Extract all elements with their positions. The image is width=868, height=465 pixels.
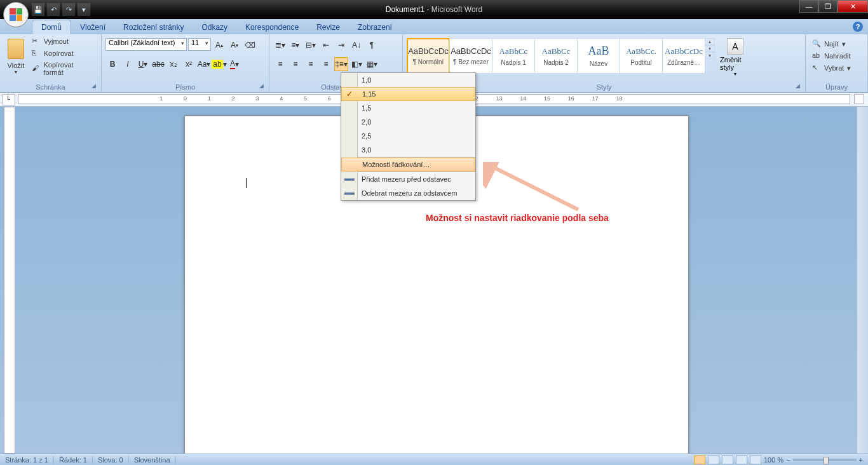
qat-more-icon[interactable]: ▾ — [78, 3, 90, 16]
strikethrough-button[interactable]: abc — [151, 57, 165, 71]
show-marks-button[interactable]: ¶ — [365, 38, 379, 52]
line-spacing-button[interactable]: ‡≡▾ — [334, 57, 348, 71]
increase-indent-button[interactable]: ⇥ — [334, 38, 348, 52]
cut-button[interactable]: ✂Vyjmout — [29, 36, 97, 47]
italic-button[interactable]: I — [121, 57, 135, 71]
replace-button[interactable]: abNahradit — [810, 50, 853, 62]
maximize-button[interactable]: ❐ — [818, 0, 837, 13]
remove-space-after[interactable]: Odebrat mezeru za odstavcem — [341, 186, 475, 200]
status-bar: Stránka: 1 z 1 Řádek: 1 Slova: 0 Slovenš… — [0, 454, 868, 465]
clear-format-button[interactable]: ⌫ — [243, 38, 257, 52]
font-name-combo[interactable]: Calibri (Základní text) — [105, 38, 187, 51]
line-spacing-options[interactable]: Možnosti řádkování… — [341, 158, 475, 172]
status-line[interactable]: Řádek: 1 — [54, 456, 93, 464]
group-label: Úpravy — [806, 83, 867, 91]
line-spacing-option[interactable]: 1,5 — [341, 101, 475, 115]
view-draft[interactable] — [750, 455, 761, 464]
vertical-scrollbar[interactable] — [857, 107, 868, 454]
style-card[interactable]: AaBbCcDcZdůrazně… — [662, 38, 705, 74]
font-size-combo[interactable]: 11 — [188, 38, 211, 51]
cursor-icon: ↖ — [812, 64, 821, 72]
highlight-button[interactable]: ab▾ — [212, 57, 226, 71]
shading-button[interactable]: ◧▾ — [349, 57, 363, 71]
status-language[interactable]: Slovenština — [129, 456, 176, 464]
dialog-launcher-icon[interactable]: ◢ — [796, 83, 803, 90]
style-card[interactable]: AaBNázev — [577, 38, 620, 74]
zoom-in-button[interactable]: + — [859, 456, 863, 464]
dialog-launcher-icon[interactable]: ◢ — [259, 83, 267, 90]
view-full-screen[interactable] — [708, 455, 719, 464]
space-after-icon — [344, 188, 355, 198]
change-styles-button[interactable]: A Změnit styly▾ — [720, 38, 750, 77]
line-spacing-option[interactable]: 1,15 — [341, 87, 475, 101]
tab-insert[interactable]: Vložení — [71, 20, 114, 34]
zoom-out-button[interactable]: − — [786, 456, 790, 464]
office-button[interactable] — [3, 2, 29, 27]
decrease-indent-button[interactable]: ⇤ — [319, 38, 333, 52]
numbering-button[interactable]: ≡▾ — [288, 38, 302, 52]
dialog-launcher-icon[interactable]: ◢ — [92, 83, 99, 90]
add-space-before[interactable]: Přidat mezeru před odstavec — [341, 172, 475, 186]
align-left-button[interactable]: ≡ — [273, 57, 287, 71]
underline-button[interactable]: U▾ — [136, 57, 150, 71]
line-spacing-option[interactable]: 2,5 — [341, 129, 475, 143]
view-print-layout[interactable] — [694, 455, 705, 464]
tab-review[interactable]: Revize — [308, 20, 349, 34]
save-icon[interactable]: 💾 — [32, 3, 44, 16]
title-bar: 💾 ↶ ↷ ▾ Dokument1 - Microsoft Word — ❐ ✕ — [0, 0, 868, 19]
subscript-button[interactable]: x₂ — [166, 57, 180, 71]
tab-view[interactable]: Zobrazení — [349, 20, 401, 34]
undo-icon[interactable]: ↶ — [47, 3, 60, 16]
tab-home[interactable]: Domů — [32, 20, 71, 34]
group-editing: 🔍Najít ▾ abNahradit ↖Vybrat ▾ Úpravy — [806, 34, 868, 92]
annotation-text: Možnost si nastavit riadkovanie podla se… — [426, 213, 609, 223]
align-center-button[interactable]: ≡ — [288, 57, 302, 71]
superscript-button[interactable]: x² — [182, 57, 196, 71]
grow-font-button[interactable]: A▴ — [212, 38, 226, 52]
line-spacing-option[interactable]: 2,0 — [341, 115, 475, 129]
bold-button[interactable]: B — [105, 57, 119, 71]
change-case-button[interactable]: Aa▾ — [197, 57, 211, 71]
font-color-button[interactable]: A▾ — [227, 57, 241, 71]
select-button[interactable]: ↖Vybrat ▾ — [810, 62, 853, 74]
borders-button[interactable]: ▦▾ — [365, 57, 379, 71]
close-button[interactable]: ✕ — [837, 0, 868, 13]
status-words[interactable]: Slova: 0 — [93, 456, 129, 464]
minimize-button[interactable]: — — [799, 0, 818, 13]
style-card[interactable]: AaBbCcNadpis 2 — [534, 38, 578, 74]
find-button[interactable]: 🔍Najít ▾ — [810, 38, 848, 50]
justify-button[interactable]: ≡ — [319, 57, 333, 71]
view-web[interactable] — [722, 455, 733, 464]
eraser-icon: ⌫ — [245, 41, 255, 50]
tab-references[interactable]: Odkazy — [193, 20, 236, 34]
tab-mailings[interactable]: Korespondence — [236, 20, 308, 34]
replace-icon: ab — [812, 51, 821, 60]
ruler-toggle[interactable] — [854, 94, 864, 104]
zoom-slider[interactable] — [793, 459, 857, 461]
bullets-button[interactable]: ≣▾ — [273, 38, 287, 52]
format-painter-button[interactable]: 🖌Kopírovat formát — [29, 60, 97, 78]
shrink-font-button[interactable]: A▾ — [227, 38, 241, 52]
redo-icon[interactable]: ↷ — [62, 3, 75, 16]
copy-button[interactable]: ⎘Kopírovat — [29, 48, 97, 59]
align-right-button[interactable]: ≡ — [304, 57, 318, 71]
zoom-level[interactable]: 100 % — [764, 456, 783, 464]
style-card[interactable]: AaBbCc.Podtitul — [620, 38, 663, 74]
multilevel-button[interactable]: ⊟▾ — [304, 38, 318, 52]
help-icon[interactable]: ? — [853, 22, 863, 32]
style-gallery[interactable]: AaBbCcDc¶ NormálníAaBbCcDc¶ Bez mezerAaB… — [407, 38, 705, 74]
view-outline[interactable] — [736, 455, 747, 464]
line-spacing-option[interactable]: 1,0 — [341, 73, 475, 87]
sort-button[interactable]: A↓ — [349, 38, 363, 52]
style-card[interactable]: AaBbCcDc¶ Normální — [407, 38, 450, 74]
space-before-icon — [344, 174, 355, 184]
style-card[interactable]: AaBbCcNadpis 1 — [492, 38, 535, 74]
paste-button[interactable]: Vložit▾ — [4, 36, 28, 78]
line-spacing-option[interactable]: 3,0 — [341, 143, 475, 157]
gallery-scroll[interactable]: ▴▾▾ — [705, 38, 715, 59]
status-page[interactable]: Stránka: 1 z 1 — [0, 456, 54, 464]
style-card[interactable]: AaBbCcDc¶ Bez mezer — [449, 38, 492, 74]
vertical-ruler[interactable] — [4, 107, 15, 454]
tab-layout[interactable]: Rozložení stránky — [114, 20, 193, 34]
tab-selector[interactable]: L — [3, 94, 15, 105]
